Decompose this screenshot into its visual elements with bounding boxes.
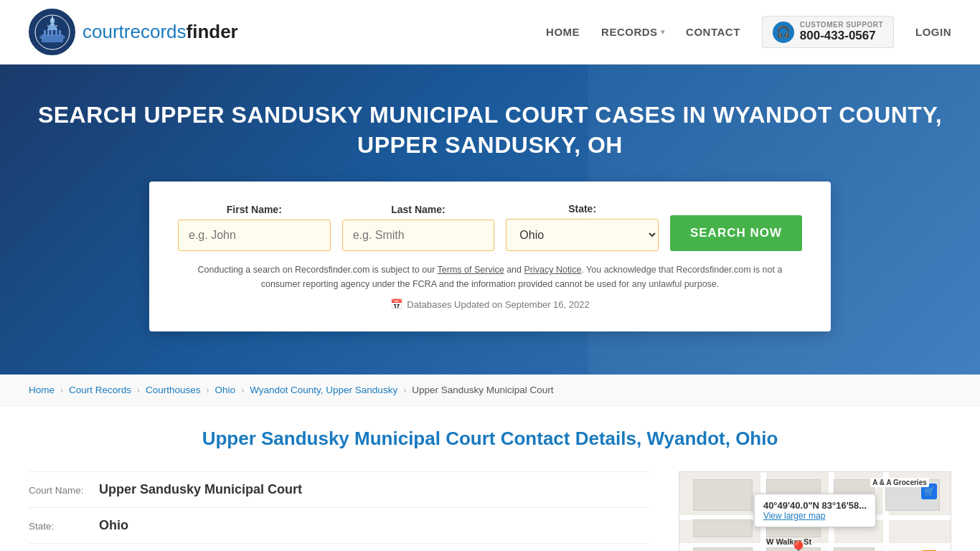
nav-contact[interactable]: CONTACT [686,26,740,38]
svg-rect-4 [52,17,53,20]
svg-rect-5 [44,30,46,36]
svg-point-12 [52,24,53,25]
first-name-field-group: First Name: [178,204,331,251]
svg-rect-7 [51,30,53,36]
nav-records[interactable]: RECORDS ▾ [601,26,664,38]
first-name-label: First Name: [178,204,331,215]
search-button[interactable]: SEARCH NOW [670,215,802,251]
map-popup: 40°49'40.0"N 83°16'58... View larger map [754,494,876,527]
logo-text: courtrecordsfinder [83,21,238,43]
section-title: Upper Sandusky Municipal Court Contact D… [29,428,951,450]
breadcrumb-wyandot[interactable]: Wyandot County, Upper Sandusky [250,385,397,395]
hero-section: SEARCH UPPER SANDUSKY MUNICIPAL COURT CA… [0,65,980,375]
support-label: CUSTOMER SUPPORT [800,21,883,29]
breadcrumb-current: Upper Sandusky Municipal Court [412,385,553,395]
state-detail-value: Ohio [99,518,128,533]
last-name-input[interactable] [342,220,495,251]
map-pin: 📍 [788,540,809,551]
search-fields: First Name: Last Name: State: Ohio Alaba… [178,203,802,251]
privacy-link[interactable]: Privacy Notice [524,265,581,275]
terms-link[interactable]: Terms of Service [438,265,504,275]
search-card: First Name: Last Name: State: Ohio Alaba… [149,182,831,331]
nav-login[interactable]: LOGIN [915,26,951,38]
breadcrumb-court-records[interactable]: Court Records [69,385,131,395]
breadcrumb-sep-5: › [403,385,406,395]
last-name-label: Last Name: [342,204,495,215]
map-container[interactable]: W Walker St 🛒 A & A Groceries 🍽 CorneFam… [679,471,951,551]
header: courtrecordsfinder HOME RECORDS ▾ CONTAC… [0,0,980,65]
state-select[interactable]: Ohio Alabama Alaska Arizona [506,219,659,251]
main-content: Upper Sandusky Municipal Court Contact D… [0,406,980,551]
detail-row-court-name: Court Name: Upper Sandusky Municipal Cou… [29,471,650,508]
breadcrumb: Home › Court Records › Courthouses › Ohi… [0,375,980,406]
svg-point-13 [56,25,57,27]
state-detail-label: State: [29,521,93,532]
right-column: W Walker St 🛒 A & A Groceries 🍽 CorneFam… [679,471,951,551]
headset-icon: 🎧 [773,22,794,43]
last-name-field-group: Last Name: [342,204,495,251]
nav-home[interactable]: HOME [546,26,580,38]
logo-icon [29,9,75,55]
db-updated: 📅 Databases Updated on September 16, 202… [178,298,802,310]
search-disclaimer: Conducting a search on Recordsfinder.com… [178,263,802,291]
svg-rect-8 [55,30,57,36]
svg-point-11 [47,25,49,27]
map-coords: 40°49'40.0"N 83°16'58... [763,500,867,511]
detail-row-state: State: Ohio [29,508,650,544]
first-name-input[interactable] [178,220,331,251]
breadcrumb-sep-3: › [207,385,209,395]
breadcrumb-courthouses[interactable]: Courthouses [146,385,201,395]
breadcrumb-sep-2: › [137,385,140,395]
state-field-group: State: Ohio Alabama Alaska Arizona [506,203,659,251]
map-inner: W Walker St 🛒 A & A Groceries 🍽 CorneFam… [679,472,951,551]
court-name-value: Upper Sandusky Municipal Court [99,482,302,497]
support-number: 800-433-0567 [800,29,883,43]
svg-rect-6 [47,30,50,36]
grocery-label: A & A Groceries [870,478,929,487]
content-grid: Court Name: Upper Sandusky Municipal Cou… [29,471,951,551]
state-label: State: [506,203,659,215]
main-nav: HOME RECORDS ▾ CONTACT 🎧 CUSTOMER SUPPOR… [546,16,951,48]
left-column: Court Name: Upper Sandusky Municipal Cou… [29,471,650,551]
calendar-icon: 📅 [390,298,402,310]
logo-area[interactable]: courtrecordsfinder [29,9,238,55]
hero-title: SEARCH UPPER SANDUSKY MUNICIPAL COURT CA… [29,100,951,160]
court-name-label: Court Name: [29,485,93,496]
svg-rect-9 [59,30,61,36]
svg-rect-10 [42,40,63,42]
breadcrumb-sep-4: › [241,385,244,395]
breadcrumb-sep-1: › [60,385,63,395]
view-larger-map-link[interactable]: View larger map [763,511,867,521]
breadcrumb-home[interactable]: Home [29,385,55,395]
chevron-down-icon: ▾ [661,28,665,36]
support-box[interactable]: 🎧 CUSTOMER SUPPORT 800-433-0567 [762,16,894,48]
breadcrumb-ohio[interactable]: Ohio [215,385,236,395]
